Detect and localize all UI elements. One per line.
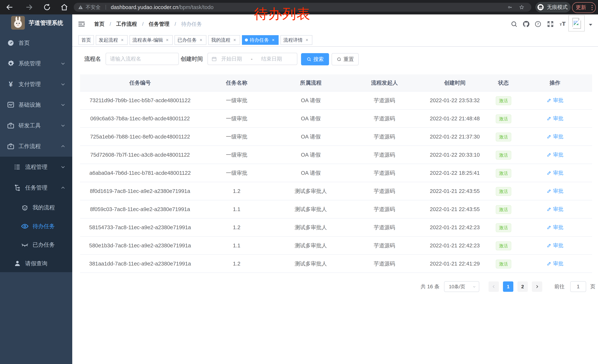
active-tab-dot <box>245 39 248 41</box>
tab-my-process[interactable]: 我的流程× <box>208 35 240 45</box>
sidebar-item-process-management[interactable]: 流程管理 <box>0 158 72 176</box>
sidebar-item-todo-tasks[interactable]: 待办任务 <box>0 217 72 235</box>
chevron-up-icon <box>60 185 66 191</box>
create-time-label: 创建时间 <box>181 53 203 65</box>
font-size-icon[interactable]: TT <box>559 20 566 28</box>
sidebar-item-workflow[interactable]: 工作流程 <box>0 138 72 155</box>
sidebar-item-payment-management[interactable]: ¥支付管理 <box>0 75 72 93</box>
status-badge: 激活 <box>496 242 511 250</box>
tab-process-detail[interactable]: 流程详情× <box>281 35 312 45</box>
cell-task-name: 一级审批 <box>200 164 273 182</box>
home-icon[interactable] <box>60 3 68 11</box>
approve-action[interactable]: 审批 <box>547 146 564 164</box>
next-page-button[interactable] <box>532 281 542 292</box>
sidebar-item-label: 我的流程 <box>33 199 55 217</box>
reset-button[interactable]: 重置 <box>332 53 359 65</box>
sidebar-item-dev-tools[interactable]: 研发工具 <box>0 117 72 134</box>
sidebar-item-infrastructure[interactable]: 基础设施 <box>0 96 72 114</box>
cell-task-id: 75d72608-7b7f-11ec-a3c8-acde48001122 <box>80 146 200 164</box>
key-icon[interactable] <box>507 4 513 10</box>
cell-process: 测试多审批人 <box>273 255 348 273</box>
process-name-input[interactable]: 请输入流程名 <box>106 53 179 65</box>
cell-task-id: 069c6a63-7b8a-11ec-8ef0-acde48001122 <box>80 110 200 127</box>
status-badge: 激活 <box>496 169 511 178</box>
sidebar-item-home[interactable]: 首页 <box>0 34 72 52</box>
navbar: 首页 / 工作流程 / 任务管理 / 待办任务 ? TT <box>72 15 598 34</box>
approve-action[interactable]: 审批 <box>547 237 564 254</box>
approve-action[interactable]: 审批 <box>547 255 564 273</box>
date-range-input[interactable]: 开始日期 - 结束日期 <box>208 53 297 65</box>
close-icon[interactable]: × <box>271 38 276 42</box>
cell-initiator: 芋道源码 <box>348 200 421 218</box>
caret-down-icon[interactable] <box>588 23 593 26</box>
breadcrumb-task-management[interactable]: 任务管理 <box>149 21 169 27</box>
cell-created: 2022-01-21 22:43:55 <box>421 200 489 218</box>
close-icon[interactable]: × <box>305 38 309 42</box>
breadcrumb-workflow[interactable]: 工作流程 <box>116 21 137 27</box>
star-icon[interactable] <box>519 4 525 10</box>
close-icon[interactable]: × <box>199 38 203 42</box>
fullscreen-icon[interactable] <box>547 20 554 28</box>
back-icon[interactable] <box>6 3 14 11</box>
col-process: 所属流程 <box>273 74 348 91</box>
status-badge: 激活 <box>496 96 511 105</box>
dashboard-icon <box>7 39 15 47</box>
approve-action[interactable]: 审批 <box>547 164 564 182</box>
github-icon[interactable] <box>523 20 530 28</box>
tab-todo-tasks[interactable]: 待办任务× <box>242 35 279 45</box>
approve-action[interactable]: 审批 <box>547 91 564 109</box>
goto-page-input[interactable]: 1 <box>570 281 586 292</box>
cell-task-name: 1.1 <box>200 237 273 254</box>
search-icon[interactable] <box>510 20 518 28</box>
refresh-icon <box>336 57 342 62</box>
search-button[interactable]: 搜索 <box>301 53 329 65</box>
sidebar-item-system-management[interactable]: 系统管理 <box>0 55 72 73</box>
status-badge: 激活 <box>496 187 511 196</box>
sidebar-item-task-management[interactable]: 任务管理 <box>0 179 72 197</box>
tab-done-tasks[interactable]: 已办任务× <box>174 35 206 45</box>
tab-form-edit[interactable]: 流程表单-编辑× <box>130 35 173 45</box>
tab-label: 已办任务 <box>177 37 197 43</box>
cell-status: 激活 <box>489 218 518 236</box>
cell-actions: 审批 <box>518 182 592 200</box>
sidebar-item-leave-query[interactable]: 请假查询 <box>0 255 72 272</box>
status-badge: 激活 <box>496 133 511 141</box>
cell-initiator: 芋道源码 <box>348 110 421 127</box>
approve-action[interactable]: 审批 <box>547 128 564 146</box>
col-created: 创建时间 <box>421 74 489 91</box>
avatar-broken-image[interactable] <box>568 15 585 32</box>
forward-icon[interactable] <box>25 3 33 11</box>
cell-process: OA 请假 <box>273 128 348 146</box>
approve-action[interactable]: 审批 <box>547 218 564 236</box>
prev-page-button[interactable] <box>489 281 499 292</box>
close-icon[interactable]: × <box>120 38 125 42</box>
close-icon[interactable]: × <box>165 38 170 42</box>
page-button-1[interactable]: 1 <box>503 281 513 292</box>
collapse-sidebar-icon[interactable] <box>77 20 86 28</box>
tab-home[interactable]: 首页 <box>78 35 94 45</box>
approve-action[interactable]: 审批 <box>547 110 564 127</box>
cell-created: 2022-01-22 23:53:32 <box>421 91 489 109</box>
help-icon[interactable]: ? <box>534 20 542 28</box>
col-initiator: 流程发起人 <box>348 74 421 91</box>
annotation-text: 待办列表 <box>254 5 310 23</box>
table-row: 58154733-7ac8-11ec-a9e2-a2380e71991a1.2测… <box>80 218 592 237</box>
chevron-down-icon <box>60 102 66 108</box>
cell-task-id: 8f059c03-7ac8-11ec-a9e2-a2380e71991a <box>80 200 200 218</box>
table-row: 8f059c03-7ac8-11ec-a9e2-a2380e71991a1.1测… <box>80 200 592 218</box>
sidebar-item-done-tasks[interactable]: 已办任务 <box>0 236 72 254</box>
process-list-icon <box>13 163 22 171</box>
approve-action[interactable]: 审批 <box>547 200 564 218</box>
close-icon[interactable]: × <box>232 38 237 42</box>
tab-start-process[interactable]: 发起流程× <box>96 35 128 45</box>
page-button-2[interactable]: 2 <box>517 281 528 292</box>
approve-action[interactable]: 审批 <box>547 182 564 200</box>
kebab-menu-icon[interactable] <box>591 5 593 11</box>
sidebar-item-my-process[interactable]: 我的流程 <box>0 199 72 217</box>
cell-task-name: 1.1 <box>200 200 273 218</box>
update-button[interactable]: 更新 <box>572 2 596 13</box>
breadcrumb-home[interactable]: 首页 <box>94 21 105 27</box>
reload-icon[interactable] <box>43 3 51 11</box>
incognito-icon <box>537 4 544 11</box>
page-size-select[interactable]: 10条/页 <box>444 281 479 292</box>
